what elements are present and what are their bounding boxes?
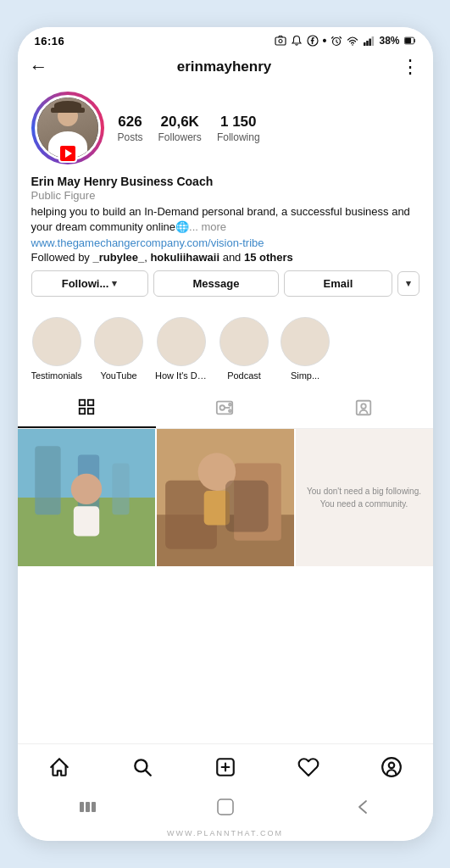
bottom-nav xyxy=(18,743,433,788)
svg-rect-44 xyxy=(92,802,96,812)
grid-post-3[interactable]: You don't need a big following. You need… xyxy=(296,429,433,566)
profile-top: 626 Posts 20,6K Followers 1 150 Followin… xyxy=(31,92,419,164)
svg-rect-23 xyxy=(35,447,60,515)
highlight-circle xyxy=(32,317,81,366)
wifi-icon xyxy=(347,35,358,47)
highlight-item[interactable]: YouTube xyxy=(94,317,143,381)
svg-rect-45 xyxy=(218,799,233,815)
svg-rect-11 xyxy=(80,400,85,405)
following-button[interactable]: Followi... ▾ xyxy=(31,270,148,297)
username-label: erinmayhenry xyxy=(177,58,272,75)
followed-by: Followed by _rubylee_, hokuliihawaii and… xyxy=(31,251,419,264)
tabs-row xyxy=(18,387,433,429)
tab-grid[interactable] xyxy=(18,387,156,428)
highlight-label: Testimonials xyxy=(31,370,83,381)
highlight-circle xyxy=(94,317,143,366)
posts-stat[interactable]: 626 Posts xyxy=(118,114,143,143)
tab-reels[interactable] xyxy=(156,387,294,428)
system-nav xyxy=(18,788,433,827)
avatar[interactable] xyxy=(31,92,104,164)
top-nav: ← erinmayhenry ⋮ xyxy=(18,51,433,83)
followers-stat[interactable]: 20,6K Followers xyxy=(158,114,202,143)
nav-heart-button[interactable] xyxy=(289,753,328,782)
chevron-down-icon: ▾ xyxy=(406,278,411,289)
highlight-item[interactable]: Podcast xyxy=(219,317,269,381)
bio-section: Erin May Henry Business Coach Public Fig… xyxy=(31,175,419,264)
tab-tagged[interactable] xyxy=(294,387,432,428)
svg-rect-34 xyxy=(225,481,269,532)
highlights-row: Testimonials YouTube How It's Done Podca… xyxy=(18,310,433,387)
watermark: WWW.PLANNTHAT.COM xyxy=(18,827,433,841)
highlight-label: Simp... xyxy=(291,370,319,381)
dot-icon: • xyxy=(323,34,327,47)
highlight-circle xyxy=(219,317,269,366)
svg-rect-8 xyxy=(372,36,375,46)
svg-point-26 xyxy=(70,474,101,504)
following-stat[interactable]: 1 150 Following xyxy=(217,114,260,143)
svg-rect-12 xyxy=(88,400,93,405)
posts-count: 626 xyxy=(118,114,142,131)
action-buttons: Followi... ▾ Message Email ▾ xyxy=(31,270,419,297)
svg-point-41 xyxy=(388,763,394,769)
profile-category: Public Figure xyxy=(31,189,419,202)
grid-post-2[interactable] xyxy=(157,429,294,566)
android-menu-button[interactable] xyxy=(61,797,114,817)
more-button[interactable]: ⋮ xyxy=(401,56,419,78)
battery-icon xyxy=(404,35,416,47)
following-label: Followi... xyxy=(62,277,109,290)
svg-point-16 xyxy=(220,406,225,411)
nav-search-button[interactable] xyxy=(123,753,162,782)
post-grid: You don't need a big following. You need… xyxy=(18,429,433,566)
status-icons: • xyxy=(275,34,416,47)
hat-decoration xyxy=(54,101,81,109)
following-label: Following xyxy=(217,131,260,143)
email-button[interactable]: Email xyxy=(284,270,392,297)
play-icon xyxy=(65,149,72,158)
svg-rect-13 xyxy=(80,409,85,414)
svg-rect-25 xyxy=(112,464,129,515)
svg-point-18 xyxy=(230,410,232,413)
svg-rect-27 xyxy=(73,507,98,537)
highlight-label: YouTube xyxy=(100,370,136,381)
message-button[interactable]: Message xyxy=(153,270,280,297)
grid-post-3-text: You don't need a big following. You need… xyxy=(306,485,423,510)
svg-rect-42 xyxy=(80,802,84,812)
profile-name: Erin May Henry Business Coach xyxy=(31,175,419,188)
bio-text: helping you to build an In-Demand person… xyxy=(31,204,419,235)
stats-row: 626 Posts 20,6K Followers 1 150 Followin… xyxy=(118,114,260,143)
svg-line-36 xyxy=(145,771,150,776)
svg-point-4 xyxy=(353,44,354,46)
followers-count: 20,6K xyxy=(161,114,199,131)
more-options-button[interactable]: ▾ xyxy=(397,271,419,296)
svg-point-17 xyxy=(230,403,232,406)
nav-profile-button[interactable] xyxy=(372,753,411,782)
svg-point-20 xyxy=(361,404,366,409)
bell-icon xyxy=(291,35,303,47)
grid-post-1[interactable] xyxy=(18,429,155,566)
signal-icon xyxy=(363,35,375,47)
highlight-circle xyxy=(157,317,206,366)
android-back-button[interactable] xyxy=(337,796,390,818)
svg-rect-0 xyxy=(275,37,286,45)
profile-section: 626 Posts 20,6K Followers 1 150 Followin… xyxy=(18,83,433,310)
nav-add-button[interactable] xyxy=(206,753,245,782)
bio-more[interactable]: ... more xyxy=(189,220,226,233)
nav-home-button[interactable] xyxy=(40,753,79,782)
following-count: 1 150 xyxy=(220,114,257,131)
profile-link[interactable]: www.thegamechangercompany.com/vision-tri… xyxy=(31,236,419,249)
reels-badge xyxy=(58,144,77,163)
android-home-button[interactable] xyxy=(200,795,251,819)
highlight-label: Podcast xyxy=(227,370,261,381)
battery-label: 38% xyxy=(379,35,399,47)
posts-label: Posts xyxy=(118,131,143,143)
highlight-circle xyxy=(281,317,330,366)
highlight-item[interactable]: Simp... xyxy=(281,317,330,381)
followers-label: Followers xyxy=(158,131,202,143)
svg-rect-6 xyxy=(367,41,369,46)
photo-icon xyxy=(275,35,286,47)
chevron-down-icon: ▾ xyxy=(112,278,117,289)
svg-rect-43 xyxy=(86,802,90,812)
highlight-item[interactable]: Testimonials xyxy=(31,317,83,381)
back-button[interactable]: ← xyxy=(30,56,48,78)
highlight-item[interactable]: How It's Done xyxy=(155,317,208,381)
